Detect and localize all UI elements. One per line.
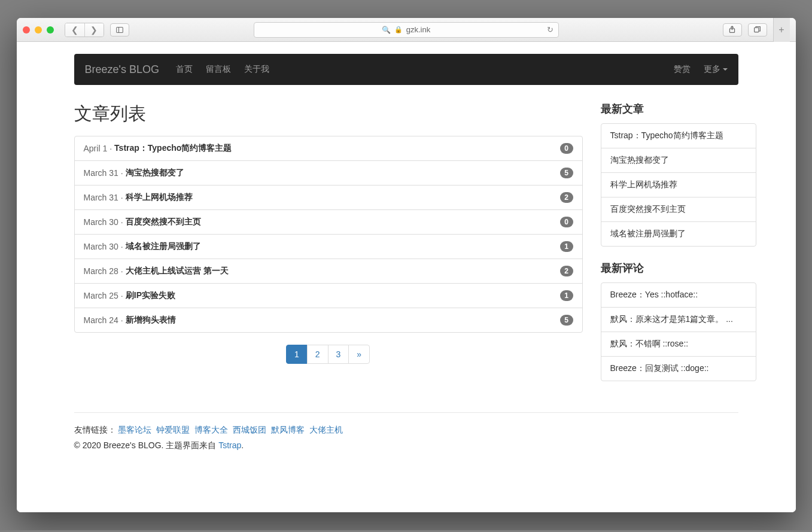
article-row[interactable]: March 31 · 淘宝热搜都变了5	[75, 160, 582, 185]
article-date: March 31	[84, 193, 118, 202]
friend-link[interactable]: 墨客论坛	[118, 425, 151, 434]
article-date: April 1	[84, 144, 108, 153]
nav-guestbook[interactable]: 留言板	[206, 64, 231, 75]
copyright: © 2020 Breeze's BLOG. 主题界面来自 Tstrap.	[74, 440, 738, 451]
traffic-lights	[23, 26, 54, 34]
sidebar-toggle-button[interactable]	[110, 23, 129, 37]
nav-more-dropdown[interactable]: 更多	[704, 64, 728, 75]
comment-count-badge: 0	[560, 143, 573, 154]
theme-link[interactable]: Tstrap	[218, 440, 241, 450]
site-navbar: Breeze's BLOG 首页 留言板 关于我 赞赏 更多	[74, 54, 738, 85]
article-title: 新增狗头表情	[126, 315, 176, 326]
tabs-button[interactable]	[748, 23, 767, 37]
page-title: 文章列表	[74, 102, 583, 126]
comment-count-badge: 1	[560, 241, 573, 252]
article-title: 大佬主机上线试运营 第一天	[126, 266, 229, 276]
address-bar[interactable]: 🔍 🔒 gzk.ink ↻	[254, 22, 559, 38]
comment-count-badge: 2	[560, 266, 573, 276]
new-tab-button[interactable]: +	[773, 18, 790, 42]
lock-icon: 🔒	[394, 26, 403, 34]
share-button[interactable]	[723, 23, 742, 37]
minimize-icon[interactable]	[35, 26, 42, 34]
forward-button[interactable]: ❯	[84, 23, 104, 37]
comment-count-badge: 1	[560, 290, 573, 301]
list-item[interactable]: Breeze：回复测试 ::doge::	[601, 356, 756, 381]
friend-links: 友情链接： 墨客论坛 钟爱联盟 博客大全 西城饭团 默风博客 大佬主机	[74, 425, 738, 436]
close-icon[interactable]	[23, 26, 30, 34]
list-item[interactable]: 百度突然搜不到主页	[601, 197, 756, 221]
page-link[interactable]: 3	[328, 345, 349, 364]
article-row[interactable]: March 25 · 刷IP实验失败1	[75, 283, 582, 308]
page-link[interactable]: 1	[286, 345, 308, 364]
friend-links-label: 友情链接：	[74, 425, 116, 434]
page-content: Breeze's BLOG 首页 留言板 关于我 赞赏 更多 文章列表 Apri…	[17, 42, 796, 512]
friend-link[interactable]: 博客大全	[194, 425, 228, 434]
svg-rect-0	[116, 27, 123, 32]
article-title: 刷IP实验失败	[126, 290, 175, 301]
friend-link[interactable]: 西城饭团	[233, 425, 266, 434]
article-date: March 24	[84, 315, 118, 325]
article-date: March 28	[84, 266, 118, 276]
sidebar: 最新文章 Tstrap：Typecho简约博客主题淘宝热搜都变了科学上网机场推荐…	[601, 97, 756, 396]
nav-sponsor[interactable]: 赞赏	[674, 64, 691, 75]
article-date: March 30	[84, 242, 118, 251]
maximize-icon[interactable]	[47, 26, 54, 34]
back-button[interactable]: ❮	[65, 23, 84, 37]
comment-count-badge: 0	[560, 217, 573, 227]
list-item[interactable]: Tstrap：Typecho简约博客主题	[601, 124, 756, 148]
brand-link[interactable]: Breeze's BLOG	[85, 63, 160, 76]
search-icon: 🔍	[382, 26, 391, 34]
article-title: 淘宝热搜都变了	[126, 168, 184, 178]
nav-about[interactable]: 关于我	[244, 64, 269, 75]
reload-icon[interactable]: ↻	[547, 25, 554, 34]
article-title: Tstrap：Typecho简约博客主题	[114, 143, 232, 154]
article-title: 百度突然搜不到主页	[126, 217, 201, 227]
browser-titlebar: ❮ ❯ 🔍 🔒 gzk.ink ↻ +	[17, 18, 796, 42]
nav-buttons: ❮ ❯	[65, 23, 104, 37]
article-date: March 25	[84, 291, 118, 300]
browser-window: ❮ ❯ 🔍 🔒 gzk.ink ↻ + Breeze's BLOG 首页	[17, 18, 796, 512]
latest-comments-list: Breeze：Yes ::hotface::默风：原来这才是第1篇文章。 ...…	[601, 282, 756, 381]
article-row[interactable]: March 30 · 域名被注册局强删了1	[75, 234, 582, 259]
article-title: 域名被注册局强删了	[126, 241, 201, 252]
list-item[interactable]: Breeze：Yes ::hotface::	[601, 283, 756, 307]
article-row[interactable]: April 1 · Tstrap：Typecho简约博客主题0	[75, 136, 582, 160]
pagination: 123»	[74, 345, 583, 364]
latest-articles-heading: 最新文章	[601, 102, 756, 116]
article-row[interactable]: March 24 · 新增狗头表情5	[75, 308, 582, 332]
comment-count-badge: 5	[560, 168, 573, 178]
article-row[interactable]: March 30 · 百度突然搜不到主页0	[75, 209, 582, 234]
footer: 友情链接： 墨客论坛 钟爱联盟 博客大全 西城饭团 默风博客 大佬主机 © 20…	[74, 412, 738, 480]
page-link[interactable]: 2	[307, 345, 329, 364]
article-row[interactable]: March 28 · 大佬主机上线试运营 第一天2	[75, 259, 582, 283]
comment-count-badge: 2	[560, 192, 573, 203]
chevron-down-icon	[723, 68, 728, 71]
article-row[interactable]: March 31 · 科学上网机场推荐2	[75, 185, 582, 209]
page-next[interactable]: »	[348, 345, 370, 364]
svg-rect-3	[755, 28, 759, 32]
article-list: April 1 · Tstrap：Typecho简约博客主题0March 31 …	[74, 136, 583, 333]
url-text: gzk.ink	[406, 25, 430, 34]
nav-home[interactable]: 首页	[176, 64, 193, 75]
list-item[interactable]: 默风：不错啊 ::rose::	[601, 332, 756, 356]
article-date: March 30	[84, 217, 118, 227]
latest-comments-heading: 最新评论	[601, 261, 756, 275]
nav-more-label: 更多	[704, 64, 720, 74]
friend-link[interactable]: 大佬主机	[309, 425, 343, 434]
list-item[interactable]: 域名被注册局强删了	[601, 221, 756, 246]
list-item[interactable]: 淘宝热搜都变了	[601, 148, 756, 172]
list-item[interactable]: 科学上网机场推荐	[601, 172, 756, 197]
latest-articles-list: Tstrap：Typecho简约博客主题淘宝热搜都变了科学上网机场推荐百度突然搜…	[601, 123, 756, 247]
article-date: March 31	[84, 168, 118, 178]
comment-count-badge: 5	[560, 315, 573, 326]
list-item[interactable]: 默风：原来这才是第1篇文章。 ...	[601, 307, 756, 332]
article-title: 科学上网机场推荐	[126, 192, 193, 203]
friend-link[interactable]: 钟爱联盟	[156, 425, 190, 434]
friend-link[interactable]: 默风博客	[271, 425, 305, 434]
main-column: 文章列表 April 1 · Tstrap：Typecho简约博客主题0Marc…	[74, 97, 583, 396]
